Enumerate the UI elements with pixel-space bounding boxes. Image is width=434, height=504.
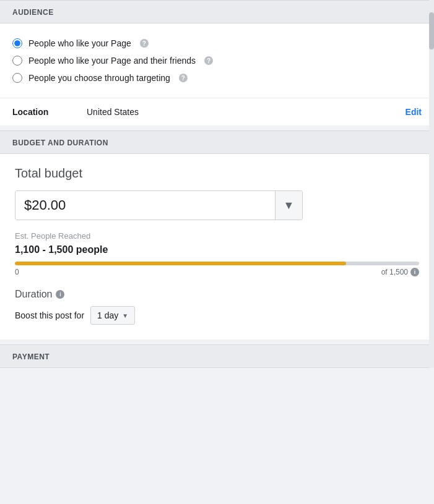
duration-select-text: 1 day xyxy=(97,310,118,320)
radio-option-targeting[interactable]: People you choose through targeting ? xyxy=(12,73,422,83)
audience-section-content: People who like your Page ? People who l… xyxy=(0,23,434,98)
budget-section-header: BUDGET AND DURATION xyxy=(0,130,434,154)
radio-option-page-likes[interactable]: People who like your Page ? xyxy=(12,38,422,48)
radio-label-friends: People who like your Page and their frie… xyxy=(28,56,196,66)
section-divider-1 xyxy=(0,126,434,130)
payment-header-text: PAYMENT xyxy=(12,352,50,361)
duration-select[interactable]: 1 day ▼ xyxy=(90,306,135,325)
total-budget-title: Total budget xyxy=(15,166,419,181)
reach-value: 1,100 - 1,500 people xyxy=(15,244,419,255)
progress-fill xyxy=(15,262,346,265)
section-divider-2 xyxy=(0,340,434,344)
progress-max: of 1,500 i xyxy=(381,268,419,276)
radio-label-page-likes: People who like your Page xyxy=(28,38,131,48)
location-value: United States xyxy=(87,107,406,117)
audience-header-text: AUDIENCE xyxy=(12,8,54,17)
radio-group: People who like your Page ? People who l… xyxy=(12,33,422,88)
radio-input-page-likes[interactable] xyxy=(12,38,22,48)
budget-section-content: Total budget ▼ Est. People Reached 1,100… xyxy=(0,154,434,340)
duration-title: Duration xyxy=(15,289,52,300)
audience-section-header: AUDIENCE xyxy=(0,0,434,23)
budget-header-text: BUDGET AND DURATION xyxy=(12,139,108,147)
progress-info-icon[interactable]: i xyxy=(410,268,419,276)
radio-input-friends[interactable] xyxy=(12,56,22,66)
scrollbar-thumb[interactable] xyxy=(429,12,434,49)
boost-text: Boost this post for xyxy=(15,310,84,320)
help-badge-targeting[interactable]: ? xyxy=(179,74,188,82)
radio-input-targeting[interactable] xyxy=(12,73,22,83)
duration-info-icon[interactable]: i xyxy=(56,290,64,299)
duration-row: Boost this post for 1 day ▼ xyxy=(15,306,419,325)
scrollbar-track[interactable] xyxy=(429,0,434,368)
payment-section-header: PAYMENT xyxy=(0,344,434,368)
progress-labels: 0 of 1,500 i xyxy=(15,268,419,276)
budget-input-wrapper: ▼ xyxy=(15,190,303,220)
budget-input[interactable] xyxy=(15,191,275,220)
progress-min: 0 xyxy=(15,268,19,276)
radio-label-targeting: People you choose through targeting xyxy=(28,73,170,83)
progress-track xyxy=(15,262,419,265)
radio-option-friends[interactable]: People who like your Page and their frie… xyxy=(12,56,422,66)
duration-section: Duration i Boost this post for 1 day ▼ xyxy=(15,289,419,325)
budget-dropdown-button[interactable]: ▼ xyxy=(275,191,302,220)
location-label: Location xyxy=(12,107,87,117)
est-people-label: Est. People Reached xyxy=(15,231,419,241)
duration-dropdown-arrow: ▼ xyxy=(122,312,128,319)
help-badge-page-likes[interactable]: ? xyxy=(140,39,149,48)
page-container: AUDIENCE People who like your Page ? Peo… xyxy=(0,0,434,368)
progress-container: 0 of 1,500 i xyxy=(15,262,419,276)
progress-max-text: of 1,500 xyxy=(381,268,408,276)
location-row: Location United States Edit xyxy=(0,98,434,126)
duration-title-row: Duration i xyxy=(15,289,419,300)
edit-link[interactable]: Edit xyxy=(406,107,422,117)
help-badge-friends[interactable]: ? xyxy=(204,56,213,65)
